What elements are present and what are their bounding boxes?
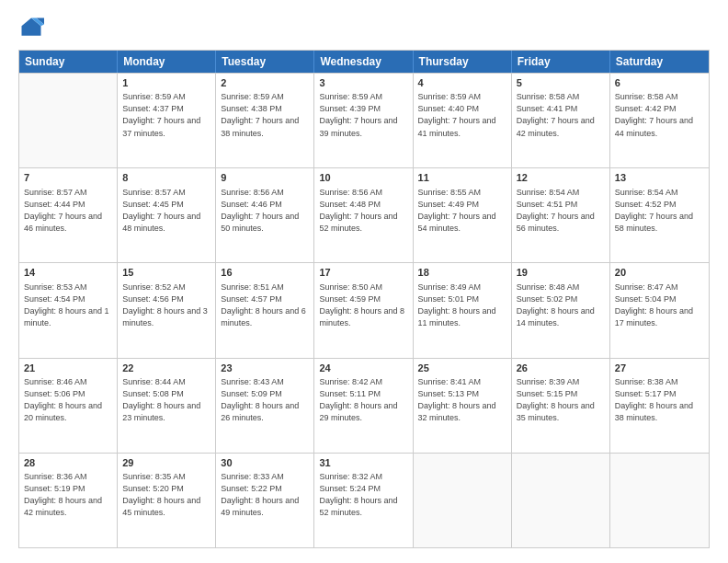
cal-cell-13: 13Sunrise: 8:54 AMSunset: 4:52 PMDayligh… [610, 168, 709, 262]
header [18, 15, 710, 40]
day-number: 23 [221, 362, 309, 375]
cal-cell-8: 8Sunrise: 8:57 AMSunset: 4:45 PMDaylight… [118, 168, 216, 262]
day-number: 1 [122, 76, 210, 90]
day-number: 31 [319, 456, 407, 470]
day-number: 27 [615, 362, 704, 375]
cal-cell-19: 19Sunrise: 8:48 AMSunset: 5:02 PMDayligh… [512, 263, 610, 357]
calendar-header: SundayMondayTuesdayWednesdayThursdayFrid… [19, 51, 709, 73]
day-number: 28 [24, 456, 112, 470]
cell-info: Sunrise: 8:59 AMSunset: 4:40 PMDaylight:… [418, 91, 506, 139]
cal-cell-30: 30Sunrise: 8:33 AMSunset: 5:22 PMDayligh… [216, 454, 314, 547]
cal-cell-31: 31Sunrise: 8:32 AMSunset: 5:24 PMDayligh… [314, 454, 413, 547]
cell-info: Sunrise: 8:39 AMSunset: 5:15 PMDaylight:… [517, 376, 605, 424]
cal-cell-22: 22Sunrise: 8:44 AMSunset: 5:08 PMDayligh… [118, 359, 216, 453]
cell-info: Sunrise: 8:32 AMSunset: 5:24 PMDaylight:… [319, 471, 407, 519]
cell-info: Sunrise: 8:33 AMSunset: 5:22 PMDaylight:… [221, 471, 309, 519]
cal-cell-25: 25Sunrise: 8:41 AMSunset: 5:13 PMDayligh… [414, 359, 512, 453]
cal-cell-26: 26Sunrise: 8:39 AMSunset: 5:15 PMDayligh… [512, 359, 610, 453]
day-number: 18 [418, 266, 506, 280]
header-day-monday: Monday [118, 51, 216, 73]
cal-cell-16: 16Sunrise: 8:51 AMSunset: 4:57 PMDayligh… [216, 263, 314, 357]
cal-cell-14: 14Sunrise: 8:53 AMSunset: 4:54 PMDayligh… [19, 263, 118, 357]
cal-cell-10: 10Sunrise: 8:56 AMSunset: 4:48 PMDayligh… [314, 168, 413, 262]
cell-info: Sunrise: 8:46 AMSunset: 5:06 PMDaylight:… [24, 376, 112, 424]
cell-info: Sunrise: 8:44 AMSunset: 5:08 PMDaylight:… [122, 376, 210, 424]
cal-cell-21: 21Sunrise: 8:46 AMSunset: 5:06 PMDayligh… [19, 359, 118, 453]
header-day-thursday: Thursday [414, 51, 512, 73]
cell-info: Sunrise: 8:47 AMSunset: 5:04 PMDaylight:… [615, 282, 704, 329]
day-number: 6 [615, 76, 704, 90]
day-number: 5 [517, 76, 605, 90]
cell-info: Sunrise: 8:59 AMSunset: 4:39 PMDaylight:… [319, 91, 407, 139]
header-day-sunday: Sunday [19, 51, 118, 73]
cell-info: Sunrise: 8:42 AMSunset: 5:11 PMDaylight:… [319, 376, 407, 424]
day-number: 19 [517, 266, 605, 280]
day-number: 20 [615, 266, 704, 280]
cal-cell-18: 18Sunrise: 8:49 AMSunset: 5:01 PMDayligh… [414, 263, 512, 357]
cal-cell-7: 7Sunrise: 8:57 AMSunset: 4:44 PMDaylight… [19, 168, 118, 262]
header-day-tuesday: Tuesday [216, 51, 314, 73]
calendar-body: 1Sunrise: 8:59 AMSunset: 4:37 PMDaylight… [19, 73, 709, 547]
week-row-4: 28Sunrise: 8:36 AMSunset: 5:19 PMDayligh… [19, 453, 709, 547]
cell-info: Sunrise: 8:55 AMSunset: 4:49 PMDaylight:… [418, 187, 506, 235]
day-number: 12 [517, 171, 605, 185]
cell-info: Sunrise: 8:54 AMSunset: 4:51 PMDaylight:… [517, 187, 605, 235]
day-number: 14 [24, 266, 112, 280]
day-number: 17 [319, 266, 407, 280]
cell-info: Sunrise: 8:50 AMSunset: 4:59 PMDaylight:… [319, 282, 407, 329]
cal-cell-9: 9Sunrise: 8:56 AMSunset: 4:46 PMDaylight… [216, 168, 314, 262]
cal-cell-27: 27Sunrise: 8:38 AMSunset: 5:17 PMDayligh… [610, 359, 709, 453]
cell-info: Sunrise: 8:36 AMSunset: 5:19 PMDaylight:… [24, 471, 112, 519]
cell-info: Sunrise: 8:59 AMSunset: 4:38 PMDaylight:… [221, 91, 309, 139]
day-number: 9 [221, 171, 309, 185]
cal-cell-17: 17Sunrise: 8:50 AMSunset: 4:59 PMDayligh… [314, 263, 413, 357]
cell-info: Sunrise: 8:53 AMSunset: 4:54 PMDaylight:… [24, 282, 112, 329]
cell-info: Sunrise: 8:48 AMSunset: 5:02 PMDaylight:… [517, 282, 605, 329]
cal-cell-15: 15Sunrise: 8:52 AMSunset: 4:56 PMDayligh… [118, 263, 216, 357]
cal-cell-empty-4-4 [414, 454, 512, 547]
cell-info: Sunrise: 8:35 AMSunset: 5:20 PMDaylight:… [122, 471, 210, 519]
day-number: 3 [319, 76, 407, 90]
day-number: 7 [24, 171, 112, 185]
cell-info: Sunrise: 8:59 AMSunset: 4:37 PMDaylight:… [122, 91, 210, 139]
cal-cell-2: 2Sunrise: 8:59 AMSunset: 4:38 PMDaylight… [216, 74, 314, 167]
cal-cell-11: 11Sunrise: 8:55 AMSunset: 4:49 PMDayligh… [414, 168, 512, 262]
cell-info: Sunrise: 8:56 AMSunset: 4:46 PMDaylight:… [221, 187, 309, 235]
cal-cell-empty-4-6 [610, 454, 709, 547]
cell-info: Sunrise: 8:41 AMSunset: 5:13 PMDaylight:… [418, 376, 506, 424]
header-day-saturday: Saturday [610, 51, 709, 73]
cell-info: Sunrise: 8:54 AMSunset: 4:52 PMDaylight:… [615, 187, 704, 235]
day-number: 22 [122, 362, 210, 375]
calendar: SundayMondayTuesdayWednesdayThursdayFrid… [18, 50, 710, 548]
header-day-wednesday: Wednesday [314, 51, 413, 73]
cal-cell-4: 4Sunrise: 8:59 AMSunset: 4:40 PMDaylight… [414, 74, 512, 167]
week-row-3: 21Sunrise: 8:46 AMSunset: 5:06 PMDayligh… [19, 358, 709, 453]
day-number: 21 [24, 362, 112, 375]
day-number: 4 [418, 76, 506, 90]
day-number: 16 [221, 266, 309, 280]
day-number: 25 [418, 362, 506, 375]
cal-cell-1: 1Sunrise: 8:59 AMSunset: 4:37 PMDaylight… [118, 74, 216, 167]
cell-info: Sunrise: 8:58 AMSunset: 4:42 PMDaylight:… [615, 91, 704, 139]
cell-info: Sunrise: 8:51 AMSunset: 4:57 PMDaylight:… [221, 282, 309, 329]
cell-info: Sunrise: 8:43 AMSunset: 5:09 PMDaylight:… [221, 376, 309, 424]
day-number: 8 [122, 171, 210, 185]
page: SundayMondayTuesdayWednesdayThursdayFrid… [0, 0, 728, 563]
cell-info: Sunrise: 8:58 AMSunset: 4:41 PMDaylight:… [517, 91, 605, 139]
cell-info: Sunrise: 8:57 AMSunset: 4:44 PMDaylight:… [24, 187, 112, 235]
day-number: 30 [221, 456, 309, 470]
week-row-0: 1Sunrise: 8:59 AMSunset: 4:37 PMDaylight… [19, 73, 709, 167]
day-number: 13 [615, 171, 704, 185]
cal-cell-23: 23Sunrise: 8:43 AMSunset: 5:09 PMDayligh… [216, 359, 314, 453]
week-row-1: 7Sunrise: 8:57 AMSunset: 4:44 PMDaylight… [19, 167, 709, 262]
cal-cell-3: 3Sunrise: 8:59 AMSunset: 4:39 PMDaylight… [314, 74, 413, 167]
header-day-friday: Friday [512, 51, 610, 73]
cell-info: Sunrise: 8:57 AMSunset: 4:45 PMDaylight:… [122, 187, 210, 235]
cell-info: Sunrise: 8:38 AMSunset: 5:17 PMDaylight:… [615, 376, 704, 424]
day-number: 26 [517, 362, 605, 375]
day-number: 29 [122, 456, 210, 470]
cal-cell-20: 20Sunrise: 8:47 AMSunset: 5:04 PMDayligh… [610, 263, 709, 357]
cell-info: Sunrise: 8:52 AMSunset: 4:56 PMDaylight:… [122, 282, 210, 329]
cal-cell-28: 28Sunrise: 8:36 AMSunset: 5:19 PMDayligh… [19, 454, 118, 547]
day-number: 24 [319, 362, 407, 375]
